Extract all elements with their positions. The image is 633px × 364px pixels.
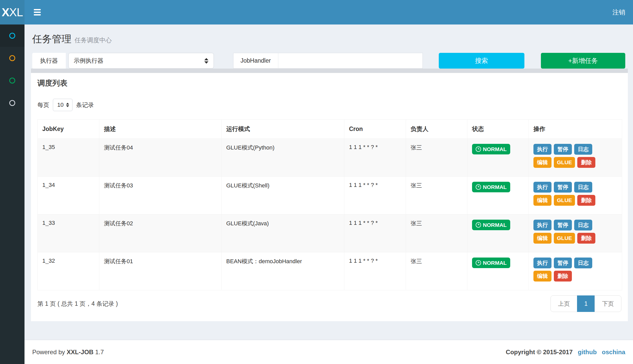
logo-text-light: XL: [9, 6, 23, 19]
cell-cron: 1 1 1 * * ? *: [344, 177, 406, 214]
executor-selected-value: 示例执行器: [74, 57, 103, 65]
delete-button[interactable]: 删除: [577, 233, 595, 244]
sidebar-item-help[interactable]: [0, 92, 25, 114]
pagination-controls: 上页 1 下页: [550, 295, 621, 312]
col-desc: 描述: [99, 120, 222, 139]
footer-powered-by: Powered by XXL-JOB 1.7: [32, 349, 104, 356]
main-content: 任务管理任务调度中心 执行器 示例执行器 JobHandler 搜索 +新增任务…: [25, 24, 633, 321]
current-page-button[interactable]: 1: [577, 295, 595, 312]
col-status: 状态: [467, 120, 529, 139]
cell-owner: 张三: [406, 252, 467, 290]
sidebar-item-job-manage[interactable]: [0, 24, 25, 47]
log-button[interactable]: 日志: [574, 258, 592, 268]
sidebar-toggle-button[interactable]: [32, 6, 42, 18]
edit-button[interactable]: 编辑: [533, 195, 551, 206]
github-link[interactable]: github: [578, 349, 597, 356]
per-page-control: 每页 10 条记录: [37, 99, 621, 111]
delete-button[interactable]: 删除: [577, 195, 595, 206]
hamburger-icon: [34, 9, 41, 10]
hamburger-icon: [34, 14, 41, 15]
product-version: 1.7: [95, 349, 104, 355]
logo-text-bold: X: [2, 6, 9, 19]
sidebar: [0, 24, 25, 364]
sidebar-item-dispatch-log[interactable]: [0, 47, 25, 69]
search-button[interactable]: 搜索: [439, 53, 524, 69]
app-logo[interactable]: XXL: [0, 0, 25, 24]
log-button[interactable]: 日志: [574, 182, 592, 193]
pause-button[interactable]: 暂停: [554, 258, 572, 268]
executor-select[interactable]: 示例执行器: [68, 53, 214, 69]
oschina-link[interactable]: oschina: [602, 349, 625, 356]
cell-jobkey: 1_33: [38, 214, 99, 252]
cell-cron: 1 1 1 * * ? *: [344, 214, 406, 252]
cell-status: NORMAL: [467, 139, 529, 177]
glue-button[interactable]: GLUE: [554, 157, 575, 168]
edit-button[interactable]: 编辑: [533, 233, 551, 244]
select-arrows-icon: [204, 58, 208, 64]
glue-button[interactable]: GLUE: [554, 233, 575, 244]
jobhandler-label: JobHandler: [233, 53, 278, 69]
action-buttons: 执行 暂停 日志 编辑 GLUE 删除: [533, 182, 600, 206]
copyright-text: Copyright © 2015-2017: [506, 349, 573, 356]
cell-cron: 1 1 1 * * ? *: [344, 139, 406, 177]
next-page-button[interactable]: 下页: [595, 295, 621, 312]
page-title: 任务管理: [32, 34, 71, 44]
glue-button[interactable]: GLUE: [554, 195, 575, 206]
action-buttons: 执行 暂停 日志 编辑 GLUE 删除: [533, 144, 600, 168]
delete-button[interactable]: 删除: [554, 271, 572, 282]
cell-jobkey: 1_35: [38, 139, 99, 177]
per-page-suffix: 条记录: [76, 101, 94, 109]
prev-page-button[interactable]: 上页: [550, 295, 577, 312]
cell-jobkey: 1_34: [38, 177, 99, 214]
status-badge: NORMAL: [472, 220, 510, 230]
edit-button[interactable]: 编辑: [533, 157, 551, 168]
run-button[interactable]: 执行: [533, 258, 551, 268]
col-actions: 操作: [529, 120, 622, 139]
log-button[interactable]: 日志: [574, 220, 592, 230]
run-button[interactable]: 执行: [533, 220, 551, 230]
run-button[interactable]: 执行: [533, 182, 551, 193]
table-row: 1_35 测试任务04 GLUE模式(Python) 1 1 1 * * ? *…: [38, 139, 622, 177]
sidebar-item-glue[interactable]: [0, 69, 25, 92]
per-page-value: 10: [57, 102, 63, 108]
status-text: NORMAL: [483, 146, 507, 152]
add-job-button[interactable]: +新增任务: [541, 53, 625, 69]
cell-status: NORMAL: [467, 177, 529, 214]
jobhandler-input[interactable]: [278, 53, 423, 69]
col-cron: Cron: [344, 120, 406, 139]
hamburger-icon: [34, 12, 41, 13]
edit-button[interactable]: 编辑: [533, 271, 551, 282]
action-buttons: 执行 暂停 日志 编辑 GLUE 删除: [533, 220, 600, 244]
circle-outline-icon: [9, 78, 15, 84]
cell-mode: BEAN模式：demoJobHandler: [222, 252, 344, 290]
cell-owner: 张三: [406, 177, 467, 214]
cell-cron: 1 1 1 * * ? *: [344, 252, 406, 290]
panel-title: 调度列表: [37, 78, 621, 88]
pause-button[interactable]: 暂停: [554, 144, 572, 155]
circle-outline-icon: [9, 55, 15, 61]
status-badge: NORMAL: [472, 182, 510, 192]
status-text: NORMAL: [483, 222, 507, 228]
table-row: 1_32 测试任务01 BEAN模式：demoJobHandler 1 1 1 …: [38, 252, 622, 290]
schedule-list-panel: 调度列表 每页 10 条记录 JobKey 描述 运行模式 Cron 负责人: [31, 73, 628, 321]
cell-mode: GLUE模式(Java): [222, 214, 344, 252]
log-button[interactable]: 日志: [574, 144, 592, 155]
page-footer: Powered by XXL-JOB 1.7 Copyright © 2015-…: [25, 340, 633, 364]
pagination-row: 第 1 页 ( 总共 1 页，4 条记录 ) 上页 1 下页: [37, 295, 621, 312]
logout-link[interactable]: 注销: [612, 9, 625, 16]
per-page-select[interactable]: 10: [53, 99, 72, 111]
cell-desc: 测试任务02: [99, 214, 222, 252]
action-buttons: 执行 暂停 日志 编辑 删除: [533, 258, 600, 282]
delete-button[interactable]: 删除: [577, 157, 595, 168]
status-badge: NORMAL: [472, 144, 510, 154]
pause-button[interactable]: 暂停: [554, 182, 572, 193]
content-header: 任务管理任务调度中心: [25, 24, 633, 46]
run-button[interactable]: 执行: [533, 144, 551, 155]
cell-mode: GLUE模式(Shell): [222, 177, 344, 214]
pause-button[interactable]: 暂停: [554, 220, 572, 230]
circle-outline-icon: [9, 33, 15, 39]
pagination-info: 第 1 页 ( 总共 1 页，4 条记录 ): [37, 300, 118, 308]
cell-desc: 测试任务01: [99, 252, 222, 290]
executor-label: 执行器: [32, 53, 66, 69]
cell-actions: 执行 暂停 日志 编辑 GLUE 删除: [529, 214, 622, 252]
